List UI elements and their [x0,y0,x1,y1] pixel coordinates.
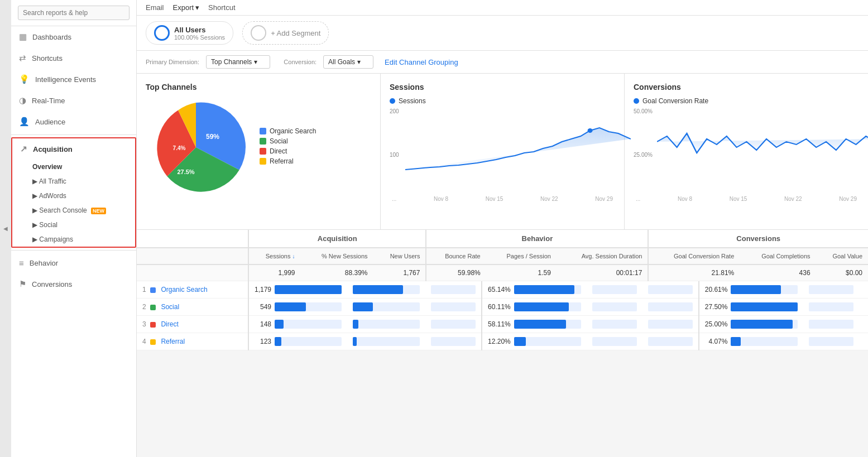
goal-value-header[interactable]: Goal Value [816,248,868,264]
channel-link[interactable]: Direct [161,320,178,328]
goal-completions-header[interactable]: Goal Completions [740,248,816,264]
bounce-bar [514,337,581,346]
sidebar-item-audience[interactable]: 👤 Audience [11,111,136,132]
duration-bar [648,320,693,329]
sidebar-item-acquisition[interactable]: ↗ Acquisition [12,138,135,160]
total-goal-completions: 436 [740,264,816,281]
goal-cvr-value: 27.50% [705,303,728,311]
content-area: All Users 100.00% Sessions + Add Segment… [137,16,868,457]
sidebar-item-behavior[interactable]: ≡ Behavior [11,253,136,273]
sidebar-item-realtime[interactable]: ◑ Real-Time [11,90,136,111]
pct-new-cell [347,333,425,350]
all-users-segment[interactable]: All Users 100.00% Sessions [146,21,233,45]
conversion-label: Conversion: [284,59,316,65]
primary-dimension-select[interactable]: Top Channels ▾ [206,55,270,69]
bounce-header[interactable]: Bounce Rate [426,248,486,264]
conversion-select[interactable]: All Goals ▾ [323,55,373,69]
gc-bar [809,285,853,294]
sidebar-sub-overview[interactable]: Overview [12,160,135,174]
edit-channel-grouping-link[interactable]: Edit Channel Grouping [385,58,458,66]
pages-cell [587,316,642,333]
total-sessions: 1,999 [248,264,300,281]
goal-cvr-bar [731,320,798,329]
total-pct-new: 88.39% [300,264,373,281]
chevron-down-icon-2: ▾ [357,58,361,66]
new-users-cell [425,281,482,299]
duration-header[interactable]: Avg. Session Duration [557,248,648,264]
duration-bar [648,337,693,346]
goal-completions-cell [803,299,859,316]
goal-value-cell [859,333,868,350]
email-button[interactable]: Email [146,3,164,12]
cx-label-0: ... [636,196,640,202]
sidebar-item-intelligence[interactable]: 💡 Intelligence Events [11,69,136,90]
data-table-section: Acquisition Behavior Conversions [137,230,868,350]
sidebar-item-conversions[interactable]: ⚑ Conversions [11,273,136,295]
channel-cell: 3 Direct [137,316,248,333]
channel-link[interactable]: Social [161,303,179,311]
y-axis-25: 25.00% [634,152,653,158]
goal-cvr-bar-fill [731,337,741,346]
sessions-bar-fill [275,320,284,329]
legend-social: Social [260,137,316,145]
goal-cvr-bar-fill [731,320,792,329]
dashboards-icon: ▦ [19,32,27,42]
sidebar-sub-all-traffic[interactable]: ▶ All Traffic [12,174,135,189]
row-num: 1 [142,286,146,294]
sidebar-item-dashboards[interactable]: ▦ Dashboards [11,26,136,47]
intelligence-icon: 💡 [19,74,30,84]
table-row: 3 Direct 148 [137,316,868,333]
pages-header[interactable]: Pages / Session [486,248,557,264]
pct-new-header[interactable]: % New Sessions [300,248,373,264]
sessions-bar-fill [275,302,306,311]
new-users-bar [431,320,476,329]
search-input[interactable] [18,6,130,20]
gc-bar [809,302,853,311]
sidebar-sub-search-console[interactable]: ▶ Search Console NEW [12,203,135,218]
shortcuts-icon: ⇄ [19,53,26,63]
conversions-dot [634,98,639,104]
adwords-label: ▶ AdWords [32,192,66,200]
bounce-bar-fill [514,285,574,294]
divider-2 [11,250,136,251]
pct-new-bar [353,285,420,294]
sidebar-sub-campaigns[interactable]: ▶ Campaigns [12,232,135,247]
channel-color-dot [150,305,156,310]
sessions-bar-fill [275,337,281,346]
sidebar-sub-adwords[interactable]: ▶ AdWords [12,189,135,203]
sessions-header[interactable]: Sessions ↓ [248,248,300,264]
export-button[interactable]: Export ▾ [173,3,200,12]
sidebar-item-label: Behavior [30,259,58,267]
channel-link[interactable]: Organic Search [161,286,207,294]
row-num: 2 [142,303,146,311]
goal-cvr-value: 25.00% [705,320,728,328]
sidebar-search-container [11,0,136,26]
add-segment-label: + Add Segment [271,29,320,37]
chevron-down-icon: ▾ [254,58,257,66]
channel-link[interactable]: Referral [161,338,185,345]
add-segment-button[interactable]: + Add Segment [242,21,329,45]
sidebar-sub-social[interactable]: ▶ Social [12,218,135,232]
pct-new-bar [353,337,420,346]
goal-cvr-bar-fill [731,285,781,294]
new-users-header[interactable]: New Users [373,248,426,264]
sessions-metric-label: Sessions [399,97,426,105]
conversion-value: All Goals [328,58,355,66]
primary-dim-label: Primary Dimension: [146,59,199,65]
total-duration: 00:01:17 [557,264,648,281]
goal-cvr-cell: 4.07% [699,333,804,350]
bounce-bar [514,302,581,311]
sidebar-collapse-btn[interactable]: ◀ [0,0,11,457]
conversions-panel: Conversions Goal Conversion Rate 50.00% … [625,74,868,229]
goal-cvr-cell: 20.61% [699,281,804,299]
behavior-label: Behavior [522,234,553,243]
goal-cvr-header[interactable]: Goal Conversion Rate [648,248,740,264]
bounce-bar-fill [514,337,526,346]
sidebar-item-label: Shortcuts [32,54,63,62]
shortcut-button[interactable]: Shortcut [208,3,235,12]
sidebar-item-shortcuts[interactable]: ⇄ Shortcuts [11,47,136,69]
x-label-0: ... [392,196,396,202]
channel-col-header [137,230,248,248]
pct-new-bar [353,320,420,329]
pct-new-cell [347,299,425,316]
